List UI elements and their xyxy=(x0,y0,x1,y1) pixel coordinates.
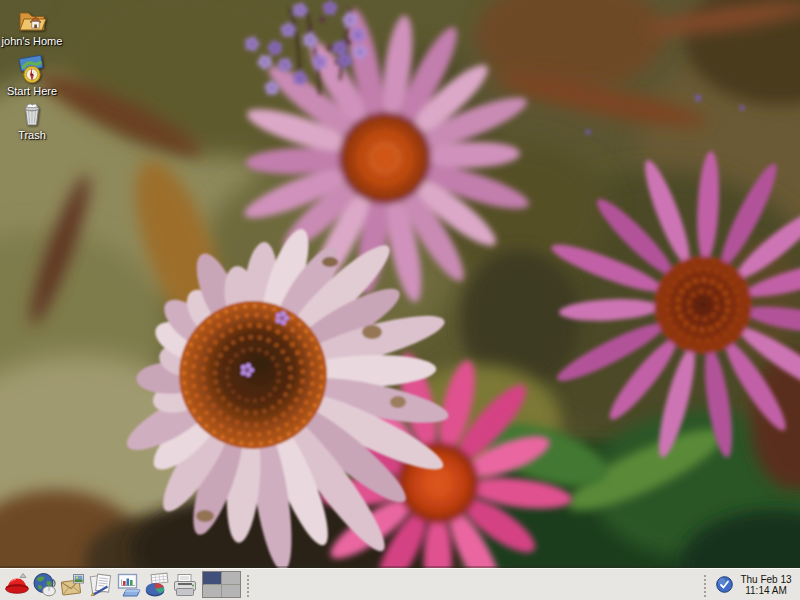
desktop[interactable]: john's Home Start Here Trash xyxy=(0,0,800,568)
presentation-launcher[interactable] xyxy=(115,571,142,599)
desktop-icon-label: john's Home xyxy=(1,35,63,47)
main-menu-icon xyxy=(4,572,30,598)
email-launcher[interactable] xyxy=(59,571,86,599)
home-folder-icon xyxy=(17,4,47,34)
word-processor-icon xyxy=(88,572,114,598)
wallpaper-image xyxy=(0,0,800,568)
workspace-4[interactable] xyxy=(222,585,240,597)
desktop-icon-label: Trash xyxy=(1,129,63,141)
presentation-icon xyxy=(116,572,142,598)
clock-time: 11:14 AM xyxy=(738,585,794,596)
email-icon xyxy=(60,572,86,598)
panel-handle[interactable] xyxy=(245,573,251,597)
workspace-3[interactable] xyxy=(203,585,221,597)
clock-applet[interactable]: Thu Feb 13 11:14 AM xyxy=(738,574,794,596)
web-browser-launcher[interactable] xyxy=(31,571,58,599)
desktop-icon-start-here[interactable]: Start Here xyxy=(1,54,63,97)
panel-handle[interactable] xyxy=(702,573,708,597)
web-browser-icon xyxy=(32,572,58,598)
main-menu-button[interactable] xyxy=(3,571,30,599)
clock-date: Thu Feb 13 xyxy=(738,574,794,585)
trash-icon xyxy=(17,98,47,128)
bottom-panel: Thu Feb 13 11:14 AM xyxy=(0,568,800,600)
printer-icon xyxy=(172,572,198,598)
rhn-check-icon[interactable] xyxy=(716,576,733,593)
desktop-icon-trash[interactable]: Trash xyxy=(1,98,63,141)
workspace-2[interactable] xyxy=(222,572,240,584)
spreadsheet-icon xyxy=(144,572,170,598)
desktop-icon-home[interactable]: john's Home xyxy=(1,4,63,47)
start-here-icon xyxy=(17,54,47,84)
printer-launcher[interactable] xyxy=(171,571,198,599)
desktop-icon-label: Start Here xyxy=(1,85,63,97)
workspace-switcher xyxy=(202,571,241,598)
spreadsheet-launcher[interactable] xyxy=(143,571,170,599)
word-processor-launcher[interactable] xyxy=(87,571,114,599)
workspace-1[interactable] xyxy=(203,572,221,584)
